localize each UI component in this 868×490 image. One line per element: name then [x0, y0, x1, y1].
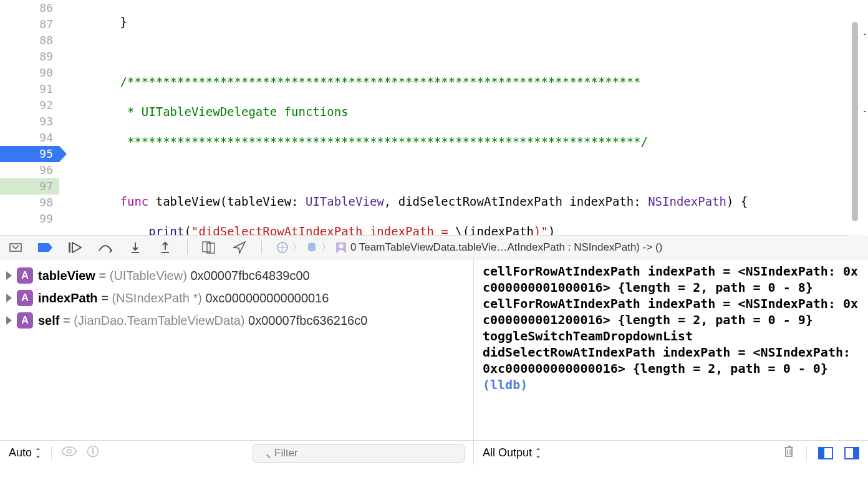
- breakpoint-marker[interactable]: 95: [0, 146, 59, 162]
- disclosure-triangle-icon[interactable]: [6, 271, 12, 280]
- frame-icon: [334, 241, 348, 254]
- disclosure-triangle-icon[interactable]: [6, 294, 12, 302]
- line-number: 92: [0, 97, 59, 113]
- svg-rect-1: [69, 243, 70, 252]
- comment: ****************************************…: [120, 135, 648, 148]
- variable-row[interactable]: A indexPath = (NSIndexPath *) 0xc0000000…: [6, 287, 467, 309]
- thread-icon: [305, 241, 319, 254]
- line-number: 98: [0, 195, 59, 211]
- toggle-right-panel-icon[interactable]: [844, 447, 859, 459]
- step-over-icon[interactable]: [97, 239, 113, 256]
- filter-input[interactable]: [253, 444, 465, 463]
- lldb-prompt[interactable]: (lldb): [483, 377, 859, 393]
- line-number: 93: [0, 113, 59, 130]
- info-icon[interactable]: [87, 445, 99, 461]
- code-content[interactable]: } /*************************************…: [59, 0, 868, 235]
- console-line: toggleSwitchTeamDropdownList: [483, 328, 859, 344]
- frame-label: 0 TeamTableViewData.tableVie…AtIndexPath…: [350, 241, 662, 254]
- svg-point-17: [92, 448, 94, 449]
- line-number: 87: [0, 16, 59, 32]
- process-icon: [276, 241, 289, 254]
- disclosure-triangle-icon[interactable]: [6, 316, 12, 325]
- step-into-icon[interactable]: [127, 239, 143, 256]
- step-out-icon[interactable]: [157, 239, 173, 256]
- code-editor[interactable]: 86 87 88 89 90 91 92 93 94 95 96 97 98 9…: [0, 0, 868, 236]
- line-number: 89: [0, 49, 59, 65]
- output-scope-selector[interactable]: All Output ⌃⌄: [483, 446, 541, 459]
- comment: * UITableViewDelegate functions: [120, 105, 349, 118]
- debug-breadcrumb[interactable]: 〉 〉 0 TeamTableViewData.tableVie…AtIndex…: [276, 240, 861, 254]
- quicklook-icon[interactable]: [62, 446, 77, 459]
- debug-toolbar: 〉 〉 0 TeamTableViewData.tableVie…AtIndex…: [0, 236, 868, 259]
- line-number: 88: [0, 32, 59, 49]
- variable-row[interactable]: A tableView = (UITableView) 0x00007fbc64…: [6, 264, 467, 287]
- variables-view[interactable]: A tableView = (UITableView) 0x00007fbc64…: [0, 259, 474, 465]
- simulate-location-icon[interactable]: [231, 239, 248, 256]
- line-number: 99: [0, 211, 59, 227]
- scope-selector[interactable]: Auto ⌃⌄: [9, 446, 41, 459]
- line-number: 86: [0, 0, 59, 16]
- line-number: 90: [0, 65, 59, 81]
- line-number: 91: [0, 81, 59, 97]
- variable-row[interactable]: A self = (JianDao.TeamTableViewData) 0x0…: [6, 309, 467, 332]
- svg-point-14: [62, 447, 76, 456]
- kind-badge: A: [17, 267, 33, 284]
- minimap[interactable]: [862, 0, 868, 236]
- console-line: cellForRowAtIndexPath indexPath = <NSInd…: [483, 263, 859, 295]
- trash-icon[interactable]: [783, 444, 795, 461]
- svg-point-13: [339, 244, 344, 248]
- debug-view-hierarchy-icon[interactable]: [201, 239, 218, 256]
- toggle-debug-area-icon[interactable]: [7, 239, 24, 256]
- console-line: didSelectRowAtIndexPath indexPath = <NSI…: [483, 344, 859, 377]
- variables-bottom-bar: Auto ⌃⌄: [0, 440, 473, 465]
- breakpoints-icon[interactable]: [37, 239, 54, 256]
- console-line: cellForRowAtIndexPath indexPath = <NSInd…: [483, 295, 859, 328]
- kind-badge: A: [17, 290, 33, 306]
- console-view[interactable]: cellForRowAtIndexPath indexPath = <NSInd…: [474, 259, 868, 465]
- line-number: 94: [0, 130, 59, 146]
- line-number: 96: [0, 162, 59, 178]
- comment: /***************************************…: [120, 75, 641, 89]
- svg-point-15: [67, 449, 71, 453]
- line-gutter: 86 87 88 89 90 91 92 93 94 95 96 97 98 9…: [0, 0, 59, 235]
- vertical-scrollbar[interactable]: [849, 0, 861, 236]
- toggle-left-panel-icon[interactable]: [818, 447, 833, 459]
- filter-field-wrap: [253, 444, 465, 463]
- kind-badge: A: [17, 312, 33, 329]
- continue-icon[interactable]: [67, 239, 84, 256]
- svg-rect-0: [10, 244, 21, 251]
- console-bottom-bar: All Output ⌃⌄: [474, 440, 868, 465]
- pc-marker: 97: [0, 178, 59, 195]
- svg-rect-18: [92, 450, 94, 454]
